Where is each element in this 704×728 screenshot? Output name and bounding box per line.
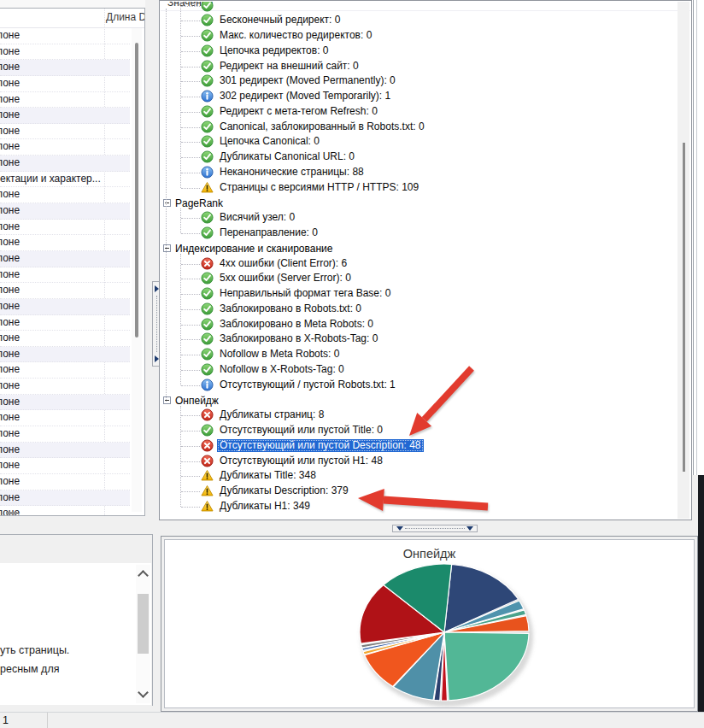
table-cell-text: лоне (0, 187, 20, 203)
splitter-down-arrow-icon[interactable] (466, 526, 473, 531)
table-row[interactable]: лоне (0, 395, 130, 411)
table-cell-text: лоне (0, 283, 20, 298)
tree-connector (181, 173, 200, 173)
tree-connector (181, 51, 200, 52)
description-text-box: уть страницы. ресным для (0, 563, 151, 705)
tree-item-label: Бесконечный редирект: 0 (217, 14, 343, 26)
table-row[interactable]: лоне (0, 490, 130, 507)
error-icon (201, 408, 214, 421)
table-cell-text: лоне (0, 347, 20, 362)
collapse-icon[interactable] (163, 396, 171, 404)
info-icon (201, 166, 214, 179)
table-row[interactable]: лоне (0, 331, 130, 347)
table-row[interactable]: лоне (0, 426, 130, 443)
description-panel: уть страницы. ресным для (0, 534, 153, 706)
table-cell-text: лоне (0, 108, 20, 123)
background-window-edge (698, 475, 704, 728)
table-cell-text: лоне (0, 44, 20, 60)
table-row[interactable]: лоне (0, 474, 130, 490)
tree-connector (181, 157, 200, 158)
tree-item-label: Неканонические страницы: 88 (217, 166, 367, 179)
tree-guide-line (180, 2, 181, 188)
pie-slice (444, 632, 529, 701)
table-row[interactable]: лоне (0, 187, 130, 203)
table-row[interactable]: лоне (0, 220, 130, 236)
table-row[interactable]: лоне (0, 139, 130, 156)
table-row[interactable]: лоне (0, 251, 130, 267)
header-underline (161, 10, 690, 11)
tree-item-label: Отсутствующий или пустой H1: 48 (217, 455, 385, 467)
ok-icon (201, 60, 214, 73)
status-bar: 1 (0, 712, 704, 728)
tree-connector (181, 6, 200, 7)
tree-connector (181, 127, 200, 128)
table-row[interactable]: лоне (0, 347, 130, 363)
table-row[interactable]: ектации и характер... (0, 172, 130, 188)
table-row[interactable]: лоне (0, 299, 130, 315)
error-icon (201, 455, 214, 467)
tree-item-label: Цепочка редиректов: 0 (217, 44, 331, 57)
description-text-line: ресным для (0, 663, 59, 675)
tree-connector (181, 279, 200, 279)
tree-guide-line (180, 254, 181, 385)
tree-item-label: Дубликаты страниц: 8 (217, 408, 326, 421)
tree-item-label: Цепочка Canonical: 0 (217, 135, 322, 148)
tree-item-label: Дубликаты H1: 349 (217, 500, 313, 513)
column-header-dlina-description[interactable]: Длина D (106, 11, 145, 23)
table-row[interactable]: лоне (0, 379, 130, 395)
warning-icon (201, 469, 214, 482)
table-row[interactable]: лоне (0, 76, 130, 92)
table-row[interactable]: лоне (0, 203, 130, 220)
table-row[interactable]: лоне (0, 458, 130, 474)
table-row[interactable]: лоне (0, 156, 130, 172)
tree-connector (181, 36, 200, 37)
tree-scrollbar-thumb[interactable] (683, 143, 685, 472)
panel-scrollbar[interactable] (136, 565, 150, 703)
table-row[interactable]: лоне (0, 267, 130, 284)
table-row[interactable]: лоне (0, 443, 130, 459)
tree-item-label: Отсутствующий или пустой Title: 0 (217, 424, 385, 437)
table-row[interactable]: лоне (0, 124, 130, 140)
collapse-icon[interactable] (163, 199, 171, 207)
scroll-up-icon[interactable] (138, 570, 149, 581)
tree-connector (181, 264, 200, 265)
tree-scrollbar[interactable] (678, 2, 689, 519)
table-row[interactable]: лоне (0, 506, 130, 516)
tree-item-label: Заблокировано в Meta Robots: 0 (217, 318, 376, 331)
warning-icon (201, 181, 214, 194)
table-cell-text: лоне (0, 458, 20, 473)
table-row[interactable]: лоне (0, 28, 130, 44)
table-row[interactable]: лоне (0, 315, 130, 332)
ok-icon (201, 226, 214, 239)
table-scrollbar[interactable] (132, 28, 142, 512)
tree-item-label: Редирект с мета-тегом Refresh: 0 (217, 105, 380, 118)
tree-item-label: Висячий узел: 0 (217, 211, 297, 224)
ok-icon (201, 318, 214, 331)
table-scrollbar-thumb[interactable] (135, 43, 138, 338)
table-row[interactable]: лоне (0, 92, 130, 109)
table-row[interactable]: лоне (0, 410, 130, 426)
horizontal-splitter[interactable] (392, 525, 478, 532)
scrollbar-thumb[interactable] (138, 594, 149, 654)
collapse-icon[interactable] (163, 244, 171, 252)
tree-item-label: Неправильный формат тега Base: 0 (217, 287, 393, 300)
table-hscroll-grip[interactable] (6, 512, 17, 514)
warning-icon (201, 500, 214, 513)
table-row[interactable]: лоне (0, 60, 130, 76)
tree-connector (181, 67, 200, 68)
table-row[interactable]: лоне (0, 235, 130, 251)
tree-guide-line (166, 9, 167, 402)
table-row[interactable]: лоне (0, 44, 130, 61)
table-row[interactable]: лоне (0, 362, 130, 379)
splitter-down-arrow-icon[interactable] (396, 526, 403, 531)
splitter-dots (156, 296, 157, 352)
ok-icon (201, 211, 214, 224)
table-cell-text: лоне (0, 395, 20, 410)
ok-icon (201, 363, 214, 376)
scroll-down-icon[interactable] (138, 687, 149, 698)
table-row[interactable]: лоне (0, 108, 130, 124)
warning-icon (201, 484, 214, 497)
table-row[interactable]: лоне (0, 283, 130, 299)
tree-item-label: 302 редирект (Moved Temporarily): 1 (217, 90, 393, 103)
ok-icon (201, 302, 214, 315)
